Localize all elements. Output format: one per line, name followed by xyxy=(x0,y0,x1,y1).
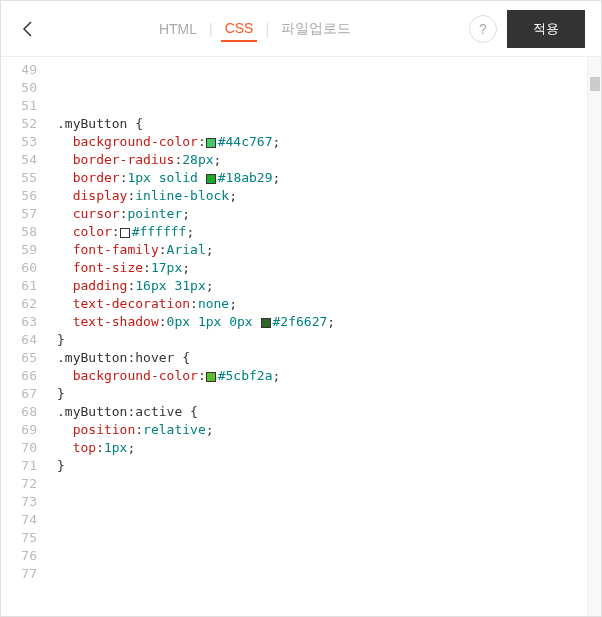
code-line[interactable] xyxy=(57,97,601,115)
code-line[interactable]: padding:16px 31px; xyxy=(57,277,601,295)
line-number: 63 xyxy=(1,313,37,331)
line-number: 75 xyxy=(1,529,37,547)
back-button[interactable] xyxy=(17,17,41,41)
line-number: 62 xyxy=(1,295,37,313)
code-line[interactable]: .myButton { xyxy=(57,115,601,133)
code-line[interactable] xyxy=(57,529,601,547)
color-swatch[interactable] xyxy=(206,372,216,382)
line-number: 58 xyxy=(1,223,37,241)
line-number: 50 xyxy=(1,79,37,97)
code-line[interactable]: text-shadow:0px 1px 0px #2f6627; xyxy=(57,313,601,331)
line-number: 74 xyxy=(1,511,37,529)
scrollbar[interactable] xyxy=(587,57,601,616)
line-number: 72 xyxy=(1,475,37,493)
line-number: 67 xyxy=(1,385,37,403)
code-line[interactable]: } xyxy=(57,457,601,475)
code-line[interactable]: cursor:pointer; xyxy=(57,205,601,223)
color-swatch[interactable] xyxy=(206,138,216,148)
color-swatch[interactable] xyxy=(261,318,271,328)
code-line[interactable]: color:#ffffff; xyxy=(57,223,601,241)
code-line[interactable]: display:inline-block; xyxy=(57,187,601,205)
apply-button[interactable]: 적용 xyxy=(507,10,585,48)
line-number: 56 xyxy=(1,187,37,205)
line-number: 66 xyxy=(1,367,37,385)
line-number: 71 xyxy=(1,457,37,475)
code-line[interactable] xyxy=(57,511,601,529)
code-line[interactable]: font-family:Arial; xyxy=(57,241,601,259)
code-line[interactable] xyxy=(57,475,601,493)
color-swatch[interactable] xyxy=(120,228,130,238)
code-line[interactable]: position:relative; xyxy=(57,421,601,439)
code-line[interactable]: .myButton:hover { xyxy=(57,349,601,367)
code-line[interactable] xyxy=(57,565,601,583)
line-number: 61 xyxy=(1,277,37,295)
line-number: 64 xyxy=(1,331,37,349)
line-number: 59 xyxy=(1,241,37,259)
line-gutter: 4950515253545556575859606162636465666768… xyxy=(1,57,45,616)
tab-html[interactable]: HTML xyxy=(155,17,201,41)
line-number: 65 xyxy=(1,349,37,367)
tab-divider: | xyxy=(265,21,269,37)
scroll-thumb[interactable] xyxy=(590,77,600,91)
line-number: 76 xyxy=(1,547,37,565)
code-line[interactable]: text-decoration:none; xyxy=(57,295,601,313)
line-number: 68 xyxy=(1,403,37,421)
code-line[interactable]: } xyxy=(57,331,601,349)
line-number: 51 xyxy=(1,97,37,115)
code-line[interactable]: .myButton:active { xyxy=(57,403,601,421)
code-line[interactable] xyxy=(57,61,601,79)
line-number: 77 xyxy=(1,565,37,583)
line-number: 52 xyxy=(1,115,37,133)
line-number: 55 xyxy=(1,169,37,187)
line-number: 60 xyxy=(1,259,37,277)
code-editor[interactable]: 4950515253545556575859606162636465666768… xyxy=(1,57,601,616)
header: HTML | CSS | 파일업로드 ? 적용 xyxy=(1,1,601,57)
tab-divider: | xyxy=(209,21,213,37)
line-number: 69 xyxy=(1,421,37,439)
code-line[interactable]: border-radius:28px; xyxy=(57,151,601,169)
code-line[interactable]: } xyxy=(57,385,601,403)
code-area[interactable]: .myButton { background-color:#44c767; bo… xyxy=(45,57,601,616)
code-line[interactable] xyxy=(57,493,601,511)
code-line[interactable]: font-size:17px; xyxy=(57,259,601,277)
color-swatch[interactable] xyxy=(206,174,216,184)
code-line[interactable]: border:1px solid #18ab29; xyxy=(57,169,601,187)
help-button[interactable]: ? xyxy=(469,15,497,43)
code-line[interactable]: background-color:#5cbf2a; xyxy=(57,367,601,385)
code-line[interactable]: background-color:#44c767; xyxy=(57,133,601,151)
tab-upload[interactable]: 파일업로드 xyxy=(277,16,355,42)
line-number: 54 xyxy=(1,151,37,169)
code-line[interactable] xyxy=(57,547,601,565)
code-line[interactable] xyxy=(57,79,601,97)
line-number: 53 xyxy=(1,133,37,151)
tabs: HTML | CSS | 파일업로드 xyxy=(41,16,469,42)
code-line[interactable]: top:1px; xyxy=(57,439,601,457)
arrow-left-icon xyxy=(19,19,39,39)
line-number: 49 xyxy=(1,61,37,79)
tab-css[interactable]: CSS xyxy=(221,16,258,42)
line-number: 57 xyxy=(1,205,37,223)
line-number: 70 xyxy=(1,439,37,457)
line-number: 73 xyxy=(1,493,37,511)
